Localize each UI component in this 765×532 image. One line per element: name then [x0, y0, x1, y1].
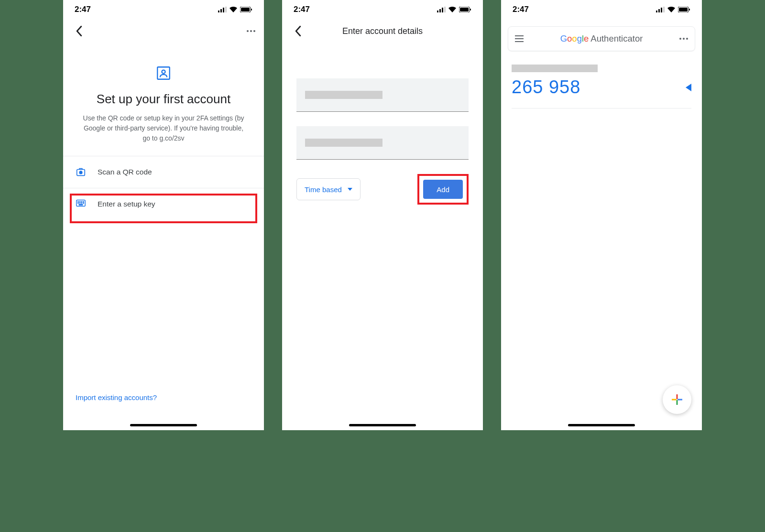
svg-point-18 [81, 203, 82, 203]
status-time: 2:47 [75, 5, 91, 14]
redacted-text [305, 139, 382, 147]
svg-point-16 [78, 203, 78, 203]
plus-icon [671, 393, 683, 406]
overflow-menu-button[interactable] [679, 38, 688, 40]
dropdown-label: Time based [305, 185, 342, 194]
option-key-label: Enter a setup key [98, 200, 155, 208]
add-button-label: Add [437, 185, 449, 194]
account-name-input[interactable] [296, 78, 469, 112]
status-time: 2:47 [294, 5, 310, 14]
wifi-icon [230, 7, 237, 12]
svg-point-8 [162, 70, 165, 74]
svg-point-13 [79, 202, 80, 202]
phone-setup-screen: 2:47 Set up your firs [63, 0, 264, 430]
battery-icon [678, 7, 690, 12]
status-icons [218, 7, 252, 12]
svg-point-14 [81, 202, 82, 202]
svg-point-15 [83, 202, 84, 202]
back-button[interactable] [291, 24, 305, 38]
svg-rect-26 [460, 8, 469, 11]
app-header: Google Authenticator [508, 26, 695, 51]
secret-key-input[interactable] [296, 126, 469, 160]
battery-icon [459, 7, 471, 12]
home-indicator [130, 424, 197, 426]
header-row: Enter account details [282, 19, 483, 43]
svg-rect-31 [663, 7, 665, 12]
svg-rect-20 [79, 205, 82, 205]
otp-code: 265 958 [512, 77, 580, 98]
status-icons [656, 7, 690, 12]
camera-icon [76, 167, 86, 177]
setup-title: Set up your first account [76, 92, 251, 107]
code-row[interactable]: 265 958 [512, 77, 691, 109]
add-account-fab[interactable] [663, 385, 691, 414]
highlight-add-button: Add [417, 174, 469, 205]
chevron-left-icon [76, 26, 82, 36]
redacted-text [305, 91, 382, 99]
app-brand: Google Authenticator [560, 33, 643, 44]
svg-rect-0 [218, 11, 219, 12]
keyboard-icon [76, 199, 86, 209]
home-indicator [349, 424, 416, 426]
svg-rect-34 [689, 9, 690, 11]
svg-rect-30 [661, 8, 662, 12]
svg-point-10 [79, 171, 82, 174]
home-indicator [568, 424, 635, 426]
svg-rect-23 [442, 8, 443, 12]
chevron-left-icon [295, 26, 301, 36]
cellular-icon [218, 7, 227, 12]
status-bar: 2:47 [282, 0, 483, 19]
svg-rect-2 [223, 8, 224, 12]
timer-icon [686, 84, 691, 91]
brand-suffix: Authenticator [590, 33, 643, 44]
svg-rect-24 [444, 7, 446, 12]
wifi-icon [448, 7, 456, 12]
svg-rect-38 [672, 399, 677, 401]
svg-rect-3 [225, 7, 227, 12]
phone-enter-details-screen: 2:47 Enter account details Time base [282, 0, 483, 430]
svg-point-17 [79, 203, 80, 203]
page-title: Enter account details [342, 26, 423, 36]
menu-button[interactable] [515, 35, 524, 42]
chevron-down-icon [348, 188, 352, 191]
svg-point-19 [83, 203, 84, 203]
option-scan-label: Scan a QR code [98, 168, 152, 176]
setup-description: Use the QR code or setup key in your 2FA… [76, 113, 251, 143]
cellular-icon [656, 7, 665, 12]
account-icon [155, 65, 172, 81]
svg-rect-1 [220, 9, 222, 12]
status-bar: 2:47 [501, 0, 702, 19]
svg-rect-6 [251, 9, 252, 11]
back-button[interactable] [72, 24, 86, 38]
svg-rect-35 [677, 394, 678, 399]
option-enter-key[interactable]: Enter a setup key [63, 188, 264, 220]
svg-rect-37 [677, 400, 678, 405]
overflow-menu-button[interactable] [247, 30, 255, 32]
option-scan-qr[interactable]: Scan a QR code [63, 156, 264, 188]
svg-point-12 [78, 202, 78, 202]
type-dropdown[interactable]: Time based [296, 178, 361, 200]
account-label-redacted [512, 65, 598, 72]
svg-rect-29 [658, 9, 660, 12]
add-button[interactable]: Add [423, 180, 463, 199]
svg-rect-36 [678, 399, 682, 401]
svg-rect-28 [656, 11, 657, 12]
svg-rect-21 [437, 11, 438, 12]
header-row [63, 19, 264, 43]
import-link[interactable]: Import existing accounts? [76, 393, 157, 402]
svg-rect-5 [241, 8, 250, 11]
phone-code-screen: 2:47 Google Authenticator 265 958 [501, 0, 702, 430]
svg-rect-27 [470, 9, 471, 11]
wifi-icon [667, 7, 675, 12]
battery-icon [240, 7, 252, 12]
svg-rect-33 [679, 8, 688, 11]
status-bar: 2:47 [63, 0, 264, 19]
cellular-icon [437, 7, 446, 12]
status-icons [437, 7, 471, 12]
status-time: 2:47 [513, 5, 529, 14]
svg-rect-22 [439, 9, 441, 12]
